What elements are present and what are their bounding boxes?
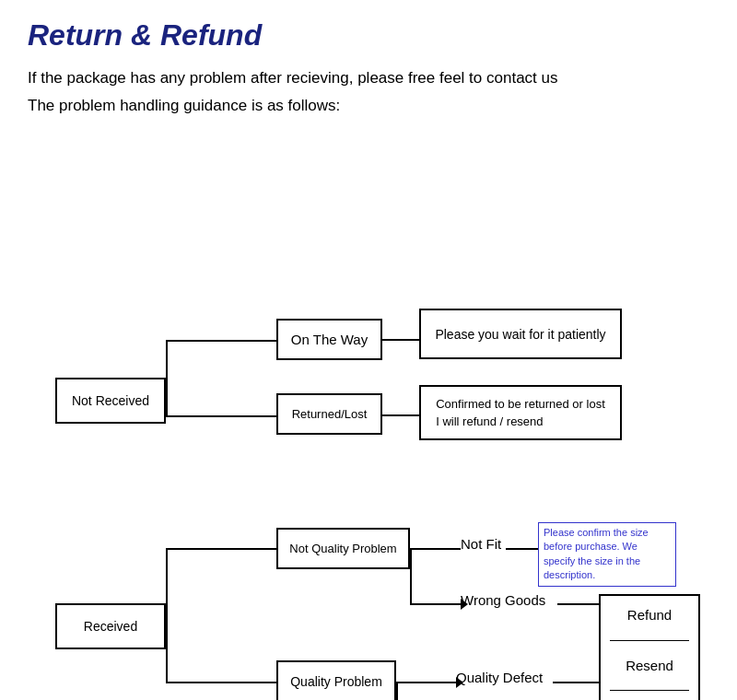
hline-rec-bottom xyxy=(166,682,230,683)
not-received-box: Not Received xyxy=(55,378,166,424)
wrong-goods-label: Wrong Goods xyxy=(461,592,545,608)
returned-lost-box: Returned/Lost xyxy=(276,393,382,435)
options-box: Refund Resend Discount xyxy=(599,594,700,700)
on-the-way-box: On The Way xyxy=(276,319,382,360)
subtitle-text: If the package has any problem after rec… xyxy=(28,69,709,88)
vline-qp xyxy=(396,682,398,700)
vline-nr-up xyxy=(166,340,168,415)
vline-rec xyxy=(166,548,168,682)
guidance-text: The problem handling guidance is as foll… xyxy=(28,97,709,115)
not-fit-label: Not Fit xyxy=(461,536,501,552)
quality-problem-box: Quality Problem xyxy=(276,660,396,700)
hline-rec-top xyxy=(166,548,230,550)
hline-nr-top xyxy=(166,340,230,342)
hline-qd-options xyxy=(553,682,599,683)
hline-nr-bottom xyxy=(166,415,230,417)
not-quality-box: Not Quality Problem xyxy=(276,528,410,569)
hline-not-fit xyxy=(410,548,461,550)
quality-defect-label: Quality Defect xyxy=(456,670,543,685)
on-the-way-result: Please you wait for it patiently xyxy=(419,309,622,359)
vline-nqp xyxy=(410,548,412,603)
arrow-on-the-way xyxy=(230,340,276,342)
received-box: Received xyxy=(55,603,166,649)
page-title: Return & Refund xyxy=(28,18,709,52)
hline-wg-options xyxy=(557,603,599,605)
hline-wrong-goods xyxy=(410,603,461,605)
flow-diagram: Not Received On The Way Please you wait … xyxy=(28,143,728,576)
resend-option: Resend xyxy=(610,658,689,673)
not-fit-note: Please confirm the size before purchase.… xyxy=(538,522,676,587)
returned-lost-result: Confirmed to be returned or lost I will … xyxy=(419,385,622,440)
refund-option: Refund xyxy=(610,607,689,623)
